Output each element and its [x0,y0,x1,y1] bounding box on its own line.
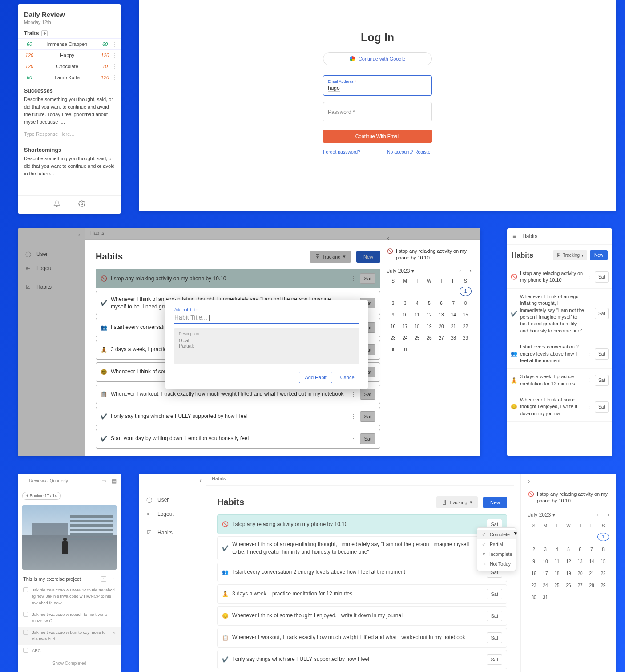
cal-day[interactable]: 4 [411,299,423,308]
cal-day[interactable]: 26 [563,582,574,589]
habit-more-button[interactable]: ⋮ [350,275,356,282]
habit-title-input[interactable]: Habit Title... [174,312,359,324]
new-habit-button[interactable]: New [590,250,608,260]
habit-row[interactable]: ✔️Whenever I think of an ego-inflating t… [217,536,507,560]
tracking-button[interactable]: 🗄 Tracking ▾ [553,250,587,260]
delete-item-button[interactable]: ✕ [112,629,116,636]
trait-row[interactable]: 120Chocolate10⋮ [18,61,121,72]
successes-input[interactable]: Type Response Here... [18,130,121,142]
cal-day[interactable]: 25 [411,334,423,342]
habit-row[interactable]: 😊Whenever I think of some thought I enjo… [507,392,612,422]
cal-day[interactable]: 2 [387,299,399,308]
cal-day[interactable]: 24 [540,582,551,589]
day-button[interactable]: Sat [487,589,502,599]
habit-row[interactable]: ✔️I only say things which are FULLY supp… [96,407,380,426]
continue-email-button[interactable]: Continue With Email [323,130,432,143]
checklist-item[interactable]: Jak nie trwa coso w buri to czy moze to … [18,627,121,645]
day-button[interactable]: Sat [595,401,609,413]
day-button[interactable]: Sat [595,375,609,386]
cal-day[interactable]: 5 [423,299,435,308]
add-trait-button[interactable]: + [41,30,48,36]
day-button[interactable]: Sat [595,348,609,360]
habit-row[interactable]: 😊Whenever I think of some thought I enjo… [217,606,507,626]
cal-day[interactable]: 21 [448,322,460,331]
continue-google-button[interactable]: Continue with Google [323,52,432,65]
day-button[interactable]: Sat [360,273,375,284]
cal-month[interactable]: July 2023 [387,268,410,274]
cal-day[interactable]: 9 [387,311,399,319]
menu-icon[interactable]: ≡ [512,233,516,240]
cal-day[interactable]: 27 [435,334,448,342]
habit-more-button[interactable]: ⋮ [350,413,356,420]
cal-day[interactable]: 9 [528,558,540,565]
menu-not-today[interactable]: →Not Today [477,559,516,569]
menu-incomplete[interactable]: ✕Incomplete [477,549,516,559]
habit-row[interactable]: 🚫I stop any relaxing activity on my phon… [217,514,507,534]
cal-day[interactable]: 18 [411,322,423,331]
add-item-button[interactable]: + [101,576,106,582]
show-completed-link[interactable]: Show Completed [18,661,121,666]
cal-day[interactable]: 30 [528,594,540,601]
day-button[interactable]: Sat [487,611,502,621]
habit-row[interactable]: 🧘3 days a week, I practice meditation fo… [217,584,507,604]
cal-day[interactable]: 17 [540,570,551,577]
routine-badge[interactable]: + Routine 17 / 14 [22,492,61,500]
day-button[interactable]: Sat [595,308,609,319]
trait-row[interactable]: 60Immense Crappen60⋮ [18,38,121,50]
habit-more-button[interactable]: ⋮ [477,635,483,641]
habit-more-button[interactable]: ⋮ [587,311,592,316]
habit-more-button[interactable]: ⋮ [587,377,592,383]
cal-day[interactable]: 22 [597,570,609,577]
cal-day[interactable]: 27 [574,582,586,589]
sidebar-item-logout[interactable]: ⇤Logout [139,507,206,521]
email-field[interactable]: Email Address * hugo [323,75,432,96]
cal-next[interactable]: › [470,268,472,274]
cal-day[interactable]: 11 [551,558,563,565]
cal-day[interactable]: 3 [399,299,411,308]
cal-day[interactable]: 12 [563,558,574,565]
cal-day[interactable]: 11 [411,311,423,319]
cal-day[interactable]: 17 [399,322,411,331]
cal-day[interactable]: 22 [460,322,472,331]
day-button[interactable]: Sat [360,433,375,444]
cal-day[interactable]: 10 [540,558,551,565]
cal-day[interactable]: 6 [574,546,586,553]
cal-day[interactable]: 1 [460,287,472,296]
habit-more-button[interactable]: ⋮ [587,404,592,410]
cal-day[interactable]: 4 [551,546,563,553]
cal-day[interactable]: 30 [387,345,399,354]
habit-more-button[interactable]: ⋮ [587,351,592,357]
checklist-item[interactable]: Jak nie trwa coso w HWNCP to nie trw abc… [18,584,121,609]
cal-day[interactable]: 19 [563,570,574,577]
habit-more-button[interactable]: ⋮ [350,391,356,397]
habit-row[interactable]: 📋Whenever I workout, I track exactly how… [217,628,507,648]
habit-more-button[interactable]: ⋮ [587,274,592,280]
day-button[interactable]: Sat [487,654,502,665]
sidebar-item-user[interactable]: ◯User [18,247,85,261]
habit-row[interactable]: 🚫I stop any relaxing activity on my phon… [96,269,380,288]
cal-day[interactable]: 8 [460,299,472,308]
cal-day[interactable]: 28 [586,582,597,589]
checkbox[interactable] [23,612,28,617]
cal-day[interactable]: 7 [448,299,460,308]
cal-prev[interactable]: ‹ [459,268,461,274]
cal-day[interactable]: 5 [563,546,574,553]
back-button[interactable]: ‹ [387,235,472,242]
checklist-item[interactable]: ABC [18,645,121,656]
menu-complete[interactable]: ✓Complete [477,530,516,539]
habit-row[interactable]: ✔️Start your day by writing down 1 emoti… [96,429,380,449]
checklist-item[interactable]: Jak nie trwa coso w ideach to nie trwa a… [18,609,121,627]
cal-day[interactable]: 6 [435,299,448,308]
cal-day[interactable]: 13 [574,558,586,565]
day-button[interactable]: Sat [360,389,375,400]
menu-partial[interactable]: ✓Partial [477,539,516,549]
sidebar-item-habits[interactable]: ☑Habits [139,526,206,540]
day-button[interactable]: Sat [595,271,609,283]
habit-more-button[interactable]: ⋮ [477,613,483,619]
cal-next[interactable]: › [607,512,609,518]
bell-icon[interactable] [53,200,60,209]
day-button[interactable]: Sat [360,411,375,422]
sidebar-item-logout[interactable]: ⇤Logout [18,261,85,275]
cal-day[interactable]: 10 [399,311,411,319]
habit-more-button[interactable]: ⋮ [477,521,483,527]
